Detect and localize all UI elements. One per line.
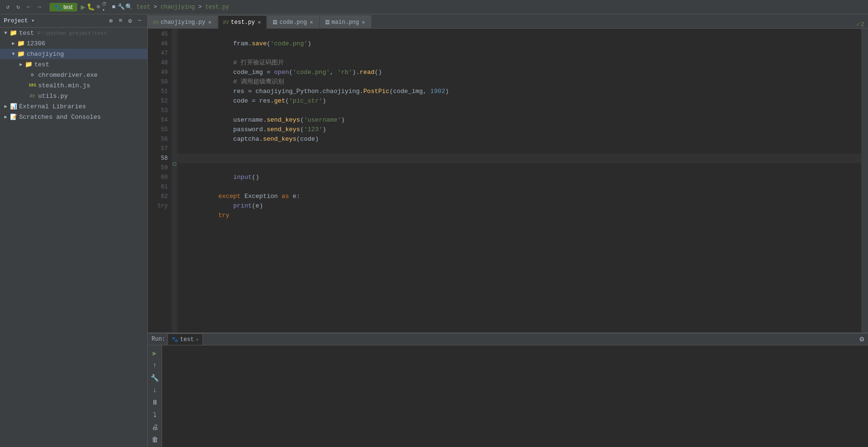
folder-icon-12306: 📁 bbox=[17, 40, 25, 47]
tree-label-scratches: Scratches and Consoles bbox=[19, 114, 101, 121]
scroll-up-tool-icon[interactable]: ↑ bbox=[149, 360, 161, 371]
dump-tool-icon[interactable]: ⤵ bbox=[149, 409, 161, 421]
pause-tool-icon[interactable]: ⏸ bbox=[149, 397, 161, 408]
code-line-54: password.send_keys('123') bbox=[177, 115, 861, 125]
check-badge: ✓ 2 bbox=[857, 21, 864, 28]
back-icon[interactable]: ← bbox=[25, 3, 32, 11]
ln-61: 61 bbox=[148, 182, 168, 192]
code-line-52 bbox=[177, 96, 861, 106]
tree-item-root[interactable]: ▼ 📁 test F:\python project\test bbox=[0, 28, 147, 38]
run-config-button[interactable]: 🐾 test bbox=[50, 3, 77, 11]
tab-codepng[interactable]: 🖼 code.png ✕ bbox=[267, 15, 319, 29]
bottom-tab-close[interactable]: ✕ bbox=[196, 337, 199, 343]
code-line-47: # 打开验证码图片 bbox=[177, 49, 861, 58]
title-bar-controls: ↺ ↻ ← → bbox=[4, 3, 43, 11]
bottom-toolbar: ▶ ↑ 🔧 ↓ ⏸ ⤵ 🖨 🗑 bbox=[148, 345, 162, 447]
ln-56: 56 bbox=[148, 135, 168, 144]
profile-icon[interactable]: ⏱▾ bbox=[102, 3, 110, 11]
bottom-tab-test[interactable]: 🐾 test ✕ bbox=[167, 333, 203, 345]
check-icon: ✓ bbox=[857, 21, 860, 28]
tree-label-root: test F:\python project\test bbox=[19, 30, 107, 37]
tab-chaojiying[interactable]: py chaojiying.py ✕ bbox=[148, 15, 217, 29]
tree-item-chaojiying[interactable]: ▼ 📁 chaojiying bbox=[0, 49, 147, 59]
scrollbar[interactable] bbox=[861, 29, 868, 333]
folder-icon-test-sub: 📁 bbox=[25, 61, 32, 68]
bottom-tab-icon: 🐾 bbox=[172, 336, 178, 343]
run-icon[interactable]: ▶ bbox=[79, 3, 87, 11]
code-line-62: print(e) bbox=[177, 192, 861, 201]
ln-51: 51 bbox=[148, 87, 168, 96]
clear-tool-icon[interactable]: 🗑 bbox=[149, 434, 161, 446]
refresh-icon[interactable]: ↺ bbox=[4, 3, 11, 11]
tree-label-chromedriver: chromedriver.exe bbox=[38, 72, 98, 79]
code-line-56 bbox=[177, 135, 861, 144]
py-icon-utils: py bbox=[29, 92, 36, 100]
tree-item-external[interactable]: ▶ 📊 External Libraries bbox=[0, 101, 147, 112]
tree-arrow-12306: ▶ bbox=[10, 40, 17, 47]
bottom-tab-left: Run: 🐾 test ✕ bbox=[152, 333, 203, 345]
tab-close-chaojiying[interactable]: ✕ bbox=[207, 19, 213, 25]
line-numbers: 45 46 47 48 49 50 51 52 53 54 55 56 57 5… bbox=[148, 29, 172, 333]
tab-close-mainpng[interactable]: ✕ bbox=[361, 19, 366, 25]
tab-close-testpy[interactable]: ✕ bbox=[257, 19, 262, 25]
code-line-60 bbox=[177, 173, 861, 182]
tree-arrow-stealth bbox=[25, 82, 29, 89]
bottom-output bbox=[162, 345, 868, 447]
run-tool-icon[interactable]: ▶ bbox=[149, 347, 161, 359]
scratch-icon: 📝 bbox=[10, 113, 17, 121]
tree-arrow-chromedriver bbox=[25, 71, 29, 79]
tree-item-12306[interactable]: ▶ 📁 12306 bbox=[0, 38, 147, 49]
tree-arrow-chaojiying: ▼ bbox=[10, 50, 17, 58]
settings-icon2[interactable]: ⚙ bbox=[126, 17, 134, 25]
tab-label-codepng: code.png bbox=[279, 19, 307, 26]
code-line-48: code_img = open('code.png', 'rb').read() bbox=[177, 58, 861, 68]
refresh-icon2[interactable]: ↻ bbox=[14, 3, 22, 11]
collapse-all-icon[interactable]: ≡ bbox=[117, 17, 124, 25]
ln-54: 54 bbox=[148, 115, 168, 125]
bottom-tab-label: test bbox=[180, 336, 194, 343]
sidebar-toolbar: ⊕ ≡ ⚙ − bbox=[107, 17, 143, 25]
forward-icon[interactable]: → bbox=[35, 3, 43, 11]
stop-icon[interactable]: ■ bbox=[110, 3, 117, 11]
code-line-51: code = res.get('pic_str') bbox=[177, 87, 861, 96]
breadcrumb: test > chaojiying > test.py bbox=[136, 4, 229, 10]
breakpoint-indicator-59 bbox=[173, 162, 176, 166]
ln-48: 48 bbox=[148, 58, 168, 68]
tab-mainpng[interactable]: 🖼 main.png ✕ bbox=[320, 15, 371, 29]
tab-testpy[interactable]: py test.py ✕ bbox=[218, 15, 267, 29]
scroll-down-tool-icon[interactable]: ↓ bbox=[149, 385, 161, 396]
code-line-61: except Exception as e: bbox=[177, 182, 861, 192]
ln-50: 50 bbox=[148, 77, 168, 87]
search-icon[interactable]: 🔍 bbox=[125, 3, 133, 11]
ln-52: 52 bbox=[148, 96, 168, 106]
tab-close-codepng[interactable]: ✕ bbox=[309, 19, 314, 25]
tab-icon-testpy: py bbox=[223, 20, 229, 25]
build-icon[interactable]: 🔧 bbox=[117, 3, 125, 11]
tree-label-external: External Libraries bbox=[19, 103, 86, 110]
ln-55: 55 bbox=[148, 125, 168, 135]
code-line-57: print(code) bbox=[177, 144, 861, 154]
tree-item-stealth[interactable]: 101 stealth.min.js bbox=[0, 80, 147, 91]
ln-46: 46 bbox=[148, 39, 168, 49]
print-tool-icon[interactable]: 🖨 bbox=[149, 422, 161, 433]
folder-icon-root: 📁 bbox=[10, 29, 17, 37]
debug-icon[interactable]: 🐛 bbox=[87, 3, 94, 11]
code-editor[interactable]: 45 46 47 48 49 50 51 52 53 54 55 56 57 5… bbox=[148, 29, 868, 333]
tree-item-test-sub[interactable]: ▶ 📁 test bbox=[0, 59, 147, 70]
coverage-icon[interactable]: ⊙ bbox=[94, 3, 102, 11]
tree-arrow-scratches: ▶ bbox=[2, 113, 10, 121]
rerun-tool-icon[interactable]: 🔧 bbox=[149, 372, 161, 384]
tree-label-chaojiying: chaojiying bbox=[27, 51, 64, 58]
bottom-settings[interactable]: ⚙ bbox=[859, 334, 864, 344]
tree-item-utils[interactable]: py utils.py bbox=[0, 91, 147, 101]
code-content[interactable]: fram.save('code.png') # 打开验证码图片 code_img… bbox=[177, 29, 861, 333]
tree-item-chromedriver[interactable]: ⚙ chromedriver.exe bbox=[0, 70, 147, 80]
run-label: Run: bbox=[152, 336, 165, 343]
tab-icon-chaojiying: py bbox=[153, 20, 159, 25]
ln-57: 57 bbox=[148, 144, 168, 154]
locate-icon[interactable]: ⊕ bbox=[107, 17, 115, 25]
libs-icon-external: 📊 bbox=[10, 103, 17, 110]
check-count: 2 bbox=[861, 21, 864, 28]
tree-item-scratches[interactable]: ▶ 📝 Scratches and Consoles bbox=[0, 112, 147, 122]
close-sidebar-icon[interactable]: − bbox=[136, 17, 143, 25]
